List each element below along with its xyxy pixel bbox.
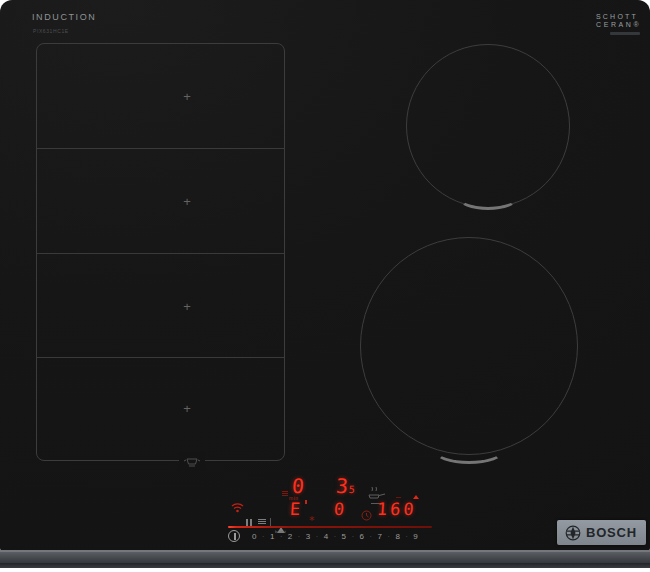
rear-right-cooking-zone	[406, 44, 570, 208]
zone-divider	[37, 148, 284, 149]
wifi-icon	[231, 499, 244, 517]
level-dot: ·	[298, 533, 300, 540]
pan-position-arc	[434, 438, 504, 464]
pause-icon[interactable]	[246, 513, 254, 531]
level-6[interactable]: 6	[360, 532, 364, 541]
flex-induction-zone: + + + +	[36, 43, 285, 461]
power-icon[interactable]	[228, 530, 240, 542]
level-9[interactable]: 9	[413, 532, 417, 541]
ceran-line: CERAN®	[596, 21, 644, 28]
flex-indicator-icon	[282, 491, 288, 497]
pan-position-arc	[458, 186, 518, 210]
level-dot: ·	[280, 533, 282, 540]
level-dot: ·	[262, 533, 264, 540]
display-tick	[305, 500, 307, 504]
rear-left-level-display[interactable]: 0	[291, 476, 304, 496]
fine-print-line	[610, 32, 640, 35]
level-5[interactable]: 5	[342, 532, 346, 541]
level-dot: ·	[370, 533, 372, 540]
level-0[interactable]: 0	[252, 532, 256, 541]
bosch-logo-text: BOSCH	[586, 525, 637, 540]
trim-shadow	[0, 563, 650, 568]
flex-select-icon[interactable]	[258, 519, 266, 525]
level-7[interactable]: 7	[377, 532, 381, 541]
front-left-level-display[interactable]: E	[289, 501, 300, 518]
level-4[interactable]: 4	[324, 532, 328, 541]
induction-label: INDUCTION	[32, 12, 96, 22]
zone-center-mark: +	[179, 401, 195, 416]
bosch-badge: BOSCH	[557, 520, 646, 545]
front-right-cooking-zone	[360, 237, 578, 455]
level-dot: ·	[387, 533, 389, 540]
level-3[interactable]: 3	[306, 532, 310, 541]
glass-surface: INDUCTION PIX631HC1E SCHOTT CERAN® + + +…	[0, 0, 650, 551]
schott-ceran-logo: SCHOTT CERAN®	[596, 13, 644, 35]
fry-temperature-display[interactable]: 160	[376, 501, 417, 518]
level-dot: ·	[405, 533, 407, 540]
pan-detection-icon	[179, 452, 205, 470]
power-level-slider[interactable]: 0 · 1 · 2 · 3 · 4 · 5 · 6 · 7 · 8 · 9	[252, 531, 418, 542]
level-dot: ·	[352, 533, 354, 540]
zone-divider	[37, 253, 284, 254]
zone-center-mark: +	[179, 89, 195, 104]
level-digit: 3	[335, 474, 349, 498]
zone-center-mark: +	[179, 299, 195, 314]
level-2[interactable]: 2	[288, 532, 292, 541]
schott-line: SCHOTT	[596, 13, 644, 20]
rear-right-level-display[interactable]: 35	[335, 476, 355, 496]
level-1[interactable]: 1	[270, 532, 274, 541]
level-8[interactable]: 8	[395, 532, 399, 541]
timer-clock-icon[interactable]	[361, 507, 372, 525]
temp-dash	[396, 497, 401, 498]
temp-marker	[413, 495, 419, 499]
model-number: PIX631HC1E	[33, 28, 69, 34]
half-step-digit: 5	[348, 484, 355, 495]
cooktop-product-image: INDUCTION PIX631HC1E SCHOTT CERAN® + + +…	[0, 0, 650, 572]
zone-center-mark: +	[179, 194, 195, 209]
level-dot: ·	[334, 533, 336, 540]
metal-trim	[0, 552, 650, 563]
front-right-level-display[interactable]: 0	[333, 501, 344, 518]
led-slider-line[interactable]	[228, 526, 432, 528]
level-dot: ·	[316, 533, 318, 540]
bosch-anchor-icon	[565, 525, 581, 541]
zone-divider	[37, 357, 284, 358]
